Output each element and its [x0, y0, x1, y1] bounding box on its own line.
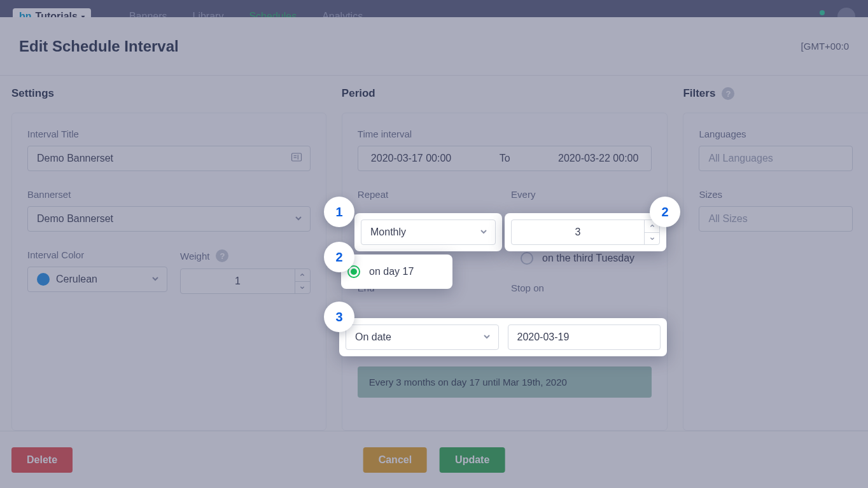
end-value: On date: [355, 331, 391, 343]
stop-on-value: 2020-03-19: [517, 331, 570, 343]
hl-repeat: Monthly: [354, 213, 502, 251]
repeat-value: Monthly: [370, 227, 406, 238]
radio-on-day[interactable]: on day 17: [347, 265, 414, 278]
tour-badge-3: 3: [324, 302, 354, 332]
chevron-down-icon[interactable]: [645, 232, 659, 245]
chevron-down-icon: [480, 227, 487, 238]
every-value: 3: [512, 220, 644, 244]
chevron-down-icon: [483, 331, 491, 343]
tour-badge-2-radio: 2: [324, 242, 354, 272]
tour-badge-1: 1: [324, 197, 354, 227]
every-stepper[interactable]: 3: [511, 220, 660, 245]
hl-end-stopon: On date 2020-03-19: [339, 318, 667, 356]
repeat-select[interactable]: Monthly: [361, 220, 496, 245]
radio-on-day-label: on day 17: [369, 266, 414, 277]
stop-on-input[interactable]: 2020-03-19: [508, 324, 661, 350]
hl-every: 3: [505, 213, 666, 251]
end-select[interactable]: On date: [346, 324, 499, 350]
tour-badge-2-every: 2: [650, 197, 680, 227]
hl-radio-on-day: on day 17: [341, 254, 452, 289]
